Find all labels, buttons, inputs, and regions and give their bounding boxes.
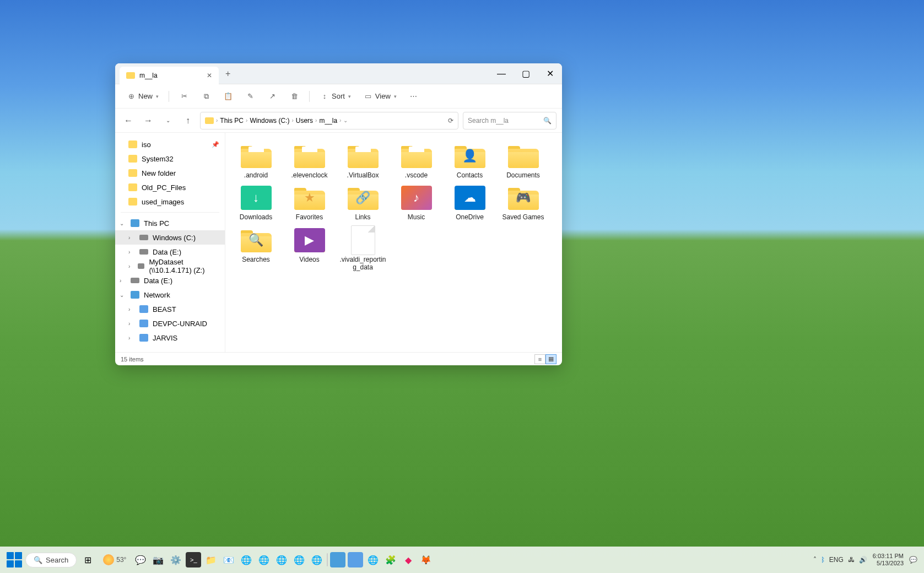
file-item[interactable]: ↓Downloads (230, 183, 282, 223)
app-chat[interactable]: 💬 (133, 552, 148, 567)
sidebar-data-e[interactable]: ›Data (E:) (115, 273, 225, 288)
rename-button[interactable]: ✎ (241, 88, 260, 105)
sidebar-item-usedimages[interactable]: used_images (115, 194, 225, 209)
tab-close-icon[interactable]: ✕ (207, 72, 212, 79)
sidebar-network[interactable]: ⌄Network (115, 288, 225, 302)
tray-chevron-icon[interactable]: ˄ (813, 556, 817, 564)
close-button[interactable]: ✕ (538, 63, 562, 84)
recent-dropdown[interactable]: ⌄ (160, 113, 176, 128)
app-edge[interactable]: 🌐 (239, 552, 254, 567)
breadcrumb-current[interactable]: m__la (319, 117, 337, 125)
volume-icon[interactable]: 🔊 (859, 556, 867, 564)
language-indicator[interactable]: ENG (829, 556, 844, 564)
app-blue2[interactable] (348, 552, 363, 567)
notifications-icon[interactable]: 💬 (909, 556, 917, 564)
up-button[interactable]: ↑ (180, 113, 196, 128)
app-blue1[interactable] (330, 552, 345, 567)
tab-current[interactable]: m__la ✕ (120, 67, 219, 84)
forward-button[interactable]: → (141, 113, 156, 128)
start-button[interactable] (7, 552, 22, 567)
file-item[interactable]: 👤Contacts (444, 142, 496, 181)
cut-button[interactable]: ✂ (175, 88, 193, 105)
sidebar-drive-z[interactable]: ›MyDataset (\\10.1.4.171) (Z:) (115, 259, 225, 273)
task-view-button[interactable]: ⊞ (80, 552, 95, 567)
chevron-down-icon[interactable]: ⌄ (120, 292, 126, 298)
file-item[interactable]: .android (230, 142, 282, 181)
file-item[interactable]: 🔗Links (337, 183, 389, 223)
chevron-right-icon[interactable]: › (128, 321, 135, 327)
drive-icon (138, 263, 144, 269)
app-firefox[interactable]: 🦊 (418, 552, 434, 567)
details-view-button[interactable]: ≡ (534, 354, 545, 364)
sort-button[interactable]: ↕ Sort ▾ (315, 88, 355, 105)
more-button[interactable]: ⋯ (404, 88, 423, 105)
back-button[interactable]: ← (121, 113, 136, 128)
app-chrome-canary[interactable]: 🌐 (309, 552, 325, 567)
app-pink[interactable]: ◆ (401, 552, 416, 567)
app-settings[interactable]: ⚙️ (168, 552, 183, 567)
file-item[interactable]: ▶Videos (283, 226, 336, 274)
copy-button[interactable]: ⧉ (197, 88, 215, 105)
chevron-right-icon[interactable]: › (128, 306, 135, 312)
chevron-right-icon[interactable]: › (128, 235, 135, 241)
breadcrumb-users[interactable]: Users (296, 117, 313, 125)
sidebar-this-pc[interactable]: ⌄This PC (115, 216, 225, 230)
file-item[interactable]: ♪Music (390, 183, 442, 223)
app-edge-dev[interactable]: 🌐 (291, 552, 307, 567)
new-button[interactable]: ⊕ New ▾ (122, 88, 163, 105)
taskbar-search[interactable]: 🔍 Search (25, 553, 77, 567)
file-item[interactable]: .vscode (390, 142, 442, 181)
file-item[interactable]: ☁OneDrive (444, 183, 496, 223)
view-button[interactable]: ▭ View ▾ (359, 88, 401, 105)
app-explorer[interactable]: 📁 (203, 552, 219, 567)
weather-widget[interactable]: 53° (103, 554, 126, 565)
chevron-right-icon[interactable]: › (128, 249, 135, 255)
app-edge-beta[interactable]: 🌐 (256, 552, 272, 567)
sidebar-drive-c[interactable]: ›Windows (C:) (115, 230, 225, 245)
breadcrumb-this-pc[interactable]: This PC (220, 117, 244, 125)
sidebar-computer-devpc[interactable]: ›DEVPC-UNRAID (115, 316, 225, 331)
file-item[interactable]: Documents (497, 142, 549, 181)
network-icon[interactable]: 🖧 (848, 556, 855, 564)
bluetooth-icon[interactable]: ᛒ (821, 556, 825, 564)
chevron-right-icon[interactable]: › (120, 278, 126, 284)
maximize-button[interactable]: ▢ (514, 63, 538, 84)
sidebar-drive-e[interactable]: ›Data (E:) (115, 245, 225, 259)
chevron-right-icon[interactable]: › (128, 335, 135, 341)
chevron-right-icon[interactable]: › (128, 263, 133, 269)
file-item[interactable]: .vivaldi_reporting_data (337, 226, 389, 274)
minimize-button[interactable]: — (489, 63, 514, 84)
file-item[interactable]: 🔍Searches (230, 226, 282, 274)
sidebar-item-system32[interactable]: System32 (115, 152, 225, 166)
content-area[interactable]: .android.elevenclock.VirtualBox.vscode👤C… (225, 133, 562, 352)
sidebar-item-oldpc[interactable]: Old_PC_Files (115, 180, 225, 194)
desktop[interactable]: m__la ✕ + — ▢ ✕ ⊕ New ▾ ✂ ⧉ 📋 ✎ ↗ 🗑 (0, 0, 924, 573)
sidebar-computer-jarvis[interactable]: ›JARVIS (115, 331, 225, 345)
file-item[interactable]: .VirtualBox (337, 142, 389, 181)
item-label: .VirtualBox (347, 171, 379, 179)
file-item[interactable]: ★Favorites (283, 183, 336, 223)
delete-button[interactable]: 🗑 (285, 88, 304, 105)
sidebar-item-newfolder[interactable]: New folder (115, 166, 225, 180)
new-tab-button[interactable]: + (225, 69, 230, 79)
refresh-button[interactable]: ⟳ (448, 117, 453, 125)
app-outlook[interactable]: 📧 (221, 552, 236, 567)
breadcrumb-drive[interactable]: Windows (C:) (250, 117, 289, 125)
app-chrome[interactable]: 🌐 (365, 552, 381, 567)
file-item[interactable]: .elevenclock (283, 142, 336, 181)
sidebar-item-iso[interactable]: iso📌 (115, 137, 225, 152)
app-camera[interactable]: 📷 (150, 552, 166, 567)
app-terminal[interactable]: >_ (186, 552, 201, 567)
search-input[interactable]: Search m__la 🔍 (463, 112, 556, 129)
clock[interactable]: 6:03:11 PM 5/13/2023 (873, 553, 904, 567)
share-button[interactable]: ↗ (263, 88, 282, 105)
paste-button[interactable]: 📋 (219, 88, 237, 105)
address-dropdown[interactable]: ⌄ (343, 117, 348, 123)
icons-view-button[interactable]: ▦ (545, 354, 556, 364)
chevron-down-icon[interactable]: ⌄ (120, 220, 126, 226)
address-bar[interactable]: › This PC › Windows (C:) › Users › m__la… (200, 112, 458, 129)
sidebar-computer-beast[interactable]: ›BEAST (115, 302, 225, 316)
app-puzzle[interactable]: 🧩 (383, 552, 398, 567)
file-item[interactable]: 🎮Saved Games (497, 183, 549, 223)
app-edge-canary[interactable]: 🌐 (274, 552, 289, 567)
